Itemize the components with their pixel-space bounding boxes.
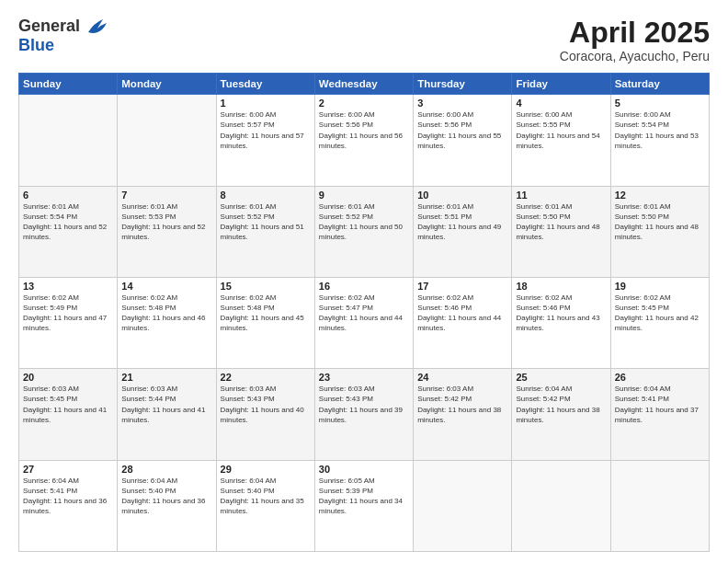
table-row	[512, 460, 610, 551]
day-info: Sunrise: 6:02 AMSunset: 5:46 PMDaylight:…	[417, 293, 507, 334]
day-number: 15	[221, 281, 311, 292]
table-row: 26Sunrise: 6:04 AMSunset: 5:41 PMDayligh…	[610, 369, 709, 460]
table-row: 18Sunrise: 6:02 AMSunset: 5:46 PMDayligh…	[512, 277, 610, 368]
table-row: 5Sunrise: 6:00 AMSunset: 5:54 PMDaylight…	[610, 95, 709, 186]
day-number: 1	[221, 98, 311, 109]
col-friday: Friday	[512, 74, 610, 95]
table-row: 27Sunrise: 6:04 AMSunset: 5:41 PMDayligh…	[19, 460, 118, 551]
day-info: Sunrise: 6:03 AMSunset: 5:44 PMDaylight:…	[121, 384, 211, 425]
table-row: 28Sunrise: 6:04 AMSunset: 5:40 PMDayligh…	[118, 460, 216, 551]
day-info: Sunrise: 6:00 AMSunset: 5:56 PMDaylight:…	[319, 109, 409, 151]
table-row: 30Sunrise: 6:05 AMSunset: 5:39 PMDayligh…	[314, 460, 413, 551]
day-number: 18	[516, 281, 606, 292]
day-number: 23	[319, 372, 409, 383]
logo-general-text: General	[18, 17, 80, 36]
table-row	[19, 95, 118, 186]
day-info: Sunrise: 6:01 AMSunset: 5:50 PMDaylight:…	[615, 201, 705, 243]
col-monday: Monday	[118, 74, 216, 95]
table-row: 7Sunrise: 6:01 AMSunset: 5:53 PMDaylight…	[118, 186, 216, 277]
day-number: 3	[417, 98, 507, 109]
table-row: 25Sunrise: 6:04 AMSunset: 5:42 PMDayligh…	[512, 369, 610, 460]
header: General Blue April 2025 Coracora, Ayacuc…	[18, 17, 710, 63]
table-row: 23Sunrise: 6:03 AMSunset: 5:43 PMDayligh…	[314, 369, 413, 460]
day-info: Sunrise: 6:02 AMSunset: 5:49 PMDaylight:…	[23, 293, 113, 334]
logo: General Blue	[18, 17, 110, 55]
day-info: Sunrise: 6:03 AMSunset: 5:42 PMDaylight:…	[417, 384, 507, 425]
day-info: Sunrise: 6:04 AMSunset: 5:42 PMDaylight:…	[516, 384, 606, 425]
day-number: 11	[516, 190, 606, 201]
month-title: April 2025	[560, 17, 710, 49]
day-number: 27	[23, 464, 113, 475]
table-row: 16Sunrise: 6:02 AMSunset: 5:47 PMDayligh…	[314, 277, 413, 368]
day-number: 17	[417, 281, 507, 292]
day-number: 7	[121, 190, 211, 201]
day-info: Sunrise: 6:03 AMSunset: 5:45 PMDaylight:…	[23, 384, 113, 425]
table-row: 2Sunrise: 6:00 AMSunset: 5:56 PMDaylight…	[314, 95, 413, 186]
day-number: 30	[319, 464, 409, 475]
day-number: 28	[121, 464, 211, 475]
day-number: 5	[615, 98, 705, 109]
table-row: 8Sunrise: 6:01 AMSunset: 5:52 PMDaylight…	[216, 186, 314, 277]
table-row: 24Sunrise: 6:03 AMSunset: 5:42 PMDayligh…	[414, 369, 512, 460]
col-sunday: Sunday	[19, 74, 118, 95]
logo-blue-text: Blue	[18, 36, 54, 55]
day-info: Sunrise: 6:01 AMSunset: 5:53 PMDaylight:…	[121, 201, 211, 243]
col-thursday: Thursday	[414, 74, 512, 95]
day-info: Sunrise: 6:00 AMSunset: 5:54 PMDaylight:…	[615, 109, 705, 151]
table-row	[118, 95, 216, 186]
day-number: 8	[221, 190, 311, 201]
day-info: Sunrise: 6:02 AMSunset: 5:48 PMDaylight:…	[121, 293, 211, 334]
day-info: Sunrise: 6:01 AMSunset: 5:51 PMDaylight:…	[417, 201, 507, 243]
table-row: 19Sunrise: 6:02 AMSunset: 5:45 PMDayligh…	[610, 277, 709, 368]
table-row: 11Sunrise: 6:01 AMSunset: 5:50 PMDayligh…	[512, 186, 610, 277]
day-number: 6	[23, 190, 113, 201]
day-number: 12	[615, 190, 705, 201]
day-info: Sunrise: 6:01 AMSunset: 5:54 PMDaylight:…	[23, 201, 113, 243]
day-number: 21	[121, 372, 211, 383]
day-info: Sunrise: 6:00 AMSunset: 5:55 PMDaylight:…	[516, 109, 606, 151]
day-number: 9	[319, 190, 409, 201]
day-info: Sunrise: 6:02 AMSunset: 5:45 PMDaylight:…	[615, 293, 705, 334]
day-info: Sunrise: 6:04 AMSunset: 5:41 PMDaylight:…	[23, 476, 113, 517]
title-block: April 2025 Coracora, Ayacucho, Peru	[560, 17, 710, 63]
page: General Blue April 2025 Coracora, Ayacuc…	[0, 0, 728, 563]
table-row: 4Sunrise: 6:00 AMSunset: 5:55 PMDaylight…	[512, 95, 610, 186]
day-info: Sunrise: 6:04 AMSunset: 5:40 PMDaylight:…	[121, 476, 211, 517]
day-number: 20	[23, 372, 113, 383]
day-info: Sunrise: 6:05 AMSunset: 5:39 PMDaylight:…	[319, 476, 409, 517]
table-row: 22Sunrise: 6:03 AMSunset: 5:43 PMDayligh…	[216, 369, 314, 460]
day-info: Sunrise: 6:03 AMSunset: 5:43 PMDaylight:…	[221, 384, 311, 425]
day-number: 22	[221, 372, 311, 383]
table-row: 3Sunrise: 6:00 AMSunset: 5:56 PMDaylight…	[414, 95, 512, 186]
day-info: Sunrise: 6:02 AMSunset: 5:48 PMDaylight:…	[221, 293, 311, 334]
table-row: 10Sunrise: 6:01 AMSunset: 5:51 PMDayligh…	[414, 186, 512, 277]
table-row: 21Sunrise: 6:03 AMSunset: 5:44 PMDayligh…	[118, 369, 216, 460]
day-number: 10	[417, 190, 507, 201]
day-info: Sunrise: 6:04 AMSunset: 5:41 PMDaylight:…	[615, 384, 705, 425]
day-info: Sunrise: 6:01 AMSunset: 5:50 PMDaylight:…	[516, 201, 606, 243]
day-number: 13	[23, 281, 113, 292]
col-saturday: Saturday	[610, 74, 709, 95]
day-info: Sunrise: 6:02 AMSunset: 5:47 PMDaylight:…	[319, 293, 409, 334]
table-row	[414, 460, 512, 551]
table-row: 13Sunrise: 6:02 AMSunset: 5:49 PMDayligh…	[19, 277, 118, 368]
calendar-header-row: Sunday Monday Tuesday Wednesday Thursday…	[19, 74, 710, 95]
day-number: 24	[417, 372, 507, 383]
day-number: 25	[516, 372, 606, 383]
table-row: 14Sunrise: 6:02 AMSunset: 5:48 PMDayligh…	[118, 277, 216, 368]
day-info: Sunrise: 6:03 AMSunset: 5:43 PMDaylight:…	[319, 384, 409, 425]
calendar-table: Sunday Monday Tuesday Wednesday Thursday…	[18, 73, 710, 552]
table-row: 12Sunrise: 6:01 AMSunset: 5:50 PMDayligh…	[610, 186, 709, 277]
table-row: 20Sunrise: 6:03 AMSunset: 5:45 PMDayligh…	[19, 369, 118, 460]
logo-bird-icon	[85, 16, 110, 36]
day-info: Sunrise: 6:02 AMSunset: 5:46 PMDaylight:…	[516, 293, 606, 334]
table-row: 17Sunrise: 6:02 AMSunset: 5:46 PMDayligh…	[414, 277, 512, 368]
day-info: Sunrise: 6:01 AMSunset: 5:52 PMDaylight:…	[221, 201, 311, 243]
day-number: 26	[615, 372, 705, 383]
table-row: 29Sunrise: 6:04 AMSunset: 5:40 PMDayligh…	[216, 460, 314, 551]
day-number: 14	[121, 281, 211, 292]
day-info: Sunrise: 6:01 AMSunset: 5:52 PMDaylight:…	[319, 201, 409, 243]
day-number: 16	[319, 281, 409, 292]
table-row: 6Sunrise: 6:01 AMSunset: 5:54 PMDaylight…	[19, 186, 118, 277]
subtitle: Coracora, Ayacucho, Peru	[560, 49, 710, 63]
